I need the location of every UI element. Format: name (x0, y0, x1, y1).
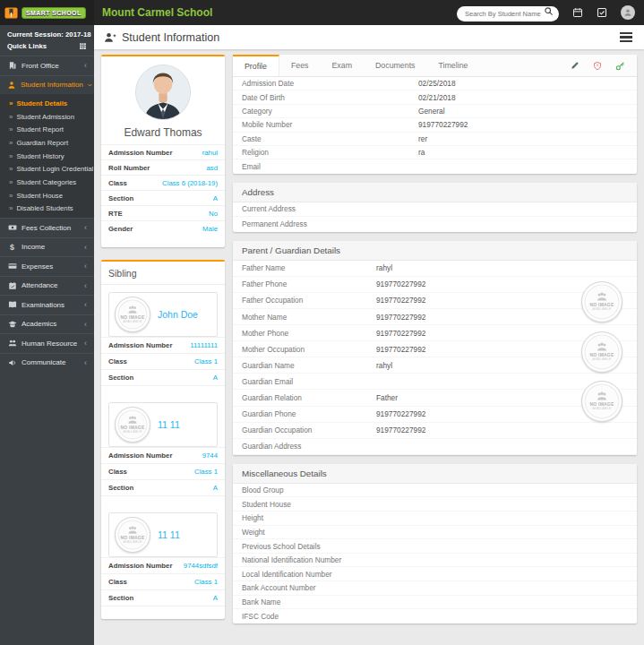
submenu-label: Student House (16, 192, 63, 200)
tab-profile[interactable]: Profile (233, 55, 279, 76)
tab-timeline[interactable]: Timeline (427, 55, 480, 76)
row-label: Section (108, 194, 133, 202)
sidebar-item-fees-collection[interactable]: Fees Collection (0, 218, 94, 237)
logo-text: SMART SCHOOL (21, 7, 86, 19)
sidebar-item-front-office[interactable]: Front Office (0, 56, 94, 75)
sibling-entry[interactable]: NO IMAGE AVAILABLE John Doe (108, 292, 218, 337)
page-title-text: Student Information (122, 31, 219, 44)
sidebar-item-label: Front Office (21, 62, 80, 70)
submenu-item-student-admission[interactable]: Student Admission (0, 110, 94, 124)
submenu-label: Student Report (16, 125, 63, 133)
father-no-image-icon: NO IMAGE AVAILABLE (581, 281, 623, 322)
submenu-item-student-history[interactable]: Student History (0, 150, 94, 163)
submenu-item-guardian-report[interactable]: Guardian Report (0, 136, 94, 150)
detail-row: Date Of Birth02/21/2018 (233, 90, 637, 104)
tasks-icon[interactable] (597, 7, 607, 18)
student-search (457, 4, 559, 22)
detail-row: Guardian Address (233, 439, 637, 455)
users-icon (7, 339, 17, 348)
disable-icon[interactable] (593, 61, 602, 71)
sidebar-item-label: Student Information (21, 81, 83, 89)
sibling-entry[interactable]: NO IMAGE AVAILABLE 11 11 (108, 512, 218, 557)
detail-row: Current Address (233, 202, 637, 218)
row-label: Roll Number (108, 164, 150, 172)
detail-row: Mother Occupation919770227992 (233, 341, 637, 357)
submenu-item-student-details[interactable]: Student Details (0, 97, 94, 110)
user-avatar-icon[interactable] (621, 5, 635, 20)
building-icon (7, 61, 17, 70)
sidebar-item-label: Examinations (21, 301, 80, 309)
session-label: Current Session: 2017-18 (0, 25, 94, 39)
user-plus-icon (104, 31, 116, 44)
sidebar-item-examinations[interactable]: Examinations (0, 295, 94, 314)
submenu-item-student-report[interactable]: Student Report (0, 123, 94, 136)
page-title: Student Information (104, 31, 219, 44)
sidebar-item-human-resource[interactable]: Human Resource (0, 333, 94, 353)
tab-exam[interactable]: Exam (321, 55, 365, 76)
sibling-name[interactable]: 11 11 (158, 529, 180, 540)
row-label: Class (108, 179, 127, 187)
detail-row: Student House (233, 497, 637, 512)
sibling-row: Admission Number9744sdfsdf (101, 557, 225, 573)
sibling-name[interactable]: 11 11 (158, 419, 180, 430)
sidebar-item-label: Attendance (21, 281, 80, 289)
submenu-item-student-house[interactable]: Student House (0, 189, 94, 202)
detail-row: Guardian Namerahyl (233, 357, 637, 374)
tab-documents[interactable]: Documents (364, 55, 427, 76)
row-value: A (213, 194, 218, 202)
sidebar-item-academics[interactable]: Academics (0, 314, 94, 334)
sidebar-item-label: Human Resource (21, 340, 80, 348)
sidebar-item-student-information[interactable]: Student Information (0, 75, 94, 95)
graduation-cap-icon (7, 320, 17, 329)
edit-icon[interactable] (571, 61, 580, 70)
quick-links: Quick Links (0, 39, 94, 56)
sibling-entry[interactable]: NO IMAGE AVAILABLE 11 11 (108, 402, 218, 447)
guardian-card: Parent / Guardian Details Father Namerah… (233, 241, 637, 455)
sidebar-item-communicate[interactable]: Communicate (0, 353, 94, 373)
submenu-label: Student Details (16, 99, 67, 108)
submenu-label: Student Admission (16, 113, 74, 121)
search-icon[interactable] (544, 6, 554, 16)
hamburger-menu-icon[interactable] (618, 30, 634, 46)
grid-icon[interactable] (79, 42, 87, 50)
submenu-item-student-categories[interactable]: Student Categories (0, 176, 94, 189)
no-image-icon: NO IMAGE AVAILABLE (115, 297, 150, 332)
misc-card: Miscellaneous Details Blood Group Studen… (233, 464, 637, 624)
detail-row: Guardian Phone919770227992 (233, 407, 637, 423)
banknote-icon (7, 223, 17, 232)
detail-row: Father Phone919770227992 (233, 277, 637, 293)
sidebar-item-label: Income (21, 243, 80, 251)
detail-row: Guardian Occupation919770227992 (233, 423, 637, 439)
sidebar-item-expenses[interactable]: Expenses (0, 256, 94, 276)
sidebar-item-income[interactable]: Income (0, 237, 94, 257)
submenu-item-student-login-credential[interactable]: Student Login Credential (0, 162, 94, 176)
password-icon[interactable] (615, 61, 625, 71)
row-label: RTE (108, 210, 123, 218)
profile-row: Admission Numberrahul (101, 144, 225, 159)
guardian-section-title: Parent / Guardian Details (233, 241, 637, 261)
tab-actions (571, 55, 637, 76)
detail-row: Mother Name919770227992 (233, 309, 637, 325)
detail-row: Mother Phone919770227992 (233, 325, 637, 341)
submenu-item-disabled-students[interactable]: Disabled Students (0, 202, 94, 216)
sidebar-item-attendance[interactable]: Attendance (0, 276, 94, 296)
tab-fees[interactable]: Fees (279, 55, 321, 76)
sibling-name[interactable]: John Doe (158, 309, 198, 320)
calendar-icon[interactable] (572, 7, 583, 18)
detail-row: Admission Date02/25/2018 (233, 77, 637, 90)
sidebar: Current Session: 2017-18 Quick Links Fro… (0, 25, 94, 645)
student-information-submenu: Student Details Student Admission Studen… (0, 94, 94, 218)
student-photo (135, 64, 191, 120)
row-value: asd (206, 164, 218, 172)
profile-row: GenderMale (101, 220, 225, 236)
row-label: Admission Number (108, 149, 172, 157)
book-logo-icon (4, 6, 18, 20)
detail-row: Bank Name (233, 596, 637, 610)
address-card: Address Current Address Permanent Addres… (233, 183, 637, 232)
student-detail-column: Profile Fees Exam Documents Timeline Adm… (233, 55, 637, 624)
topbar-actions (457, 4, 644, 22)
sidebar-item-label: Fees Collection (21, 224, 80, 232)
app-logo[interactable]: SMART SCHOOL (0, 0, 94, 25)
sidebar-item-label: Expenses (21, 262, 80, 271)
sibling-row: SectionA (101, 589, 225, 606)
